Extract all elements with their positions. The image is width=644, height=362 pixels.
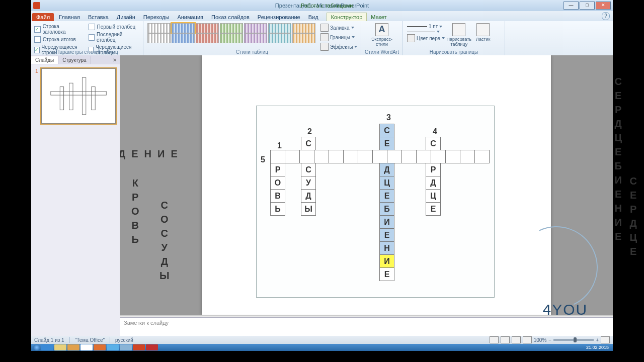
cell[interactable]: Е — [426, 202, 441, 216]
cell[interactable]: В — [270, 189, 285, 203]
tab-file[interactable]: Файл — [32, 13, 54, 21]
help-icon[interactable]: ? — [602, 12, 610, 20]
view-reading-button[interactable] — [512, 336, 521, 343]
cell[interactable] — [314, 150, 329, 163]
cell[interactable]: Е — [379, 137, 394, 150]
cell[interactable]: С — [301, 137, 316, 150]
tab-review[interactable]: Рецензирование — [254, 13, 304, 21]
chk-total-row[interactable] — [34, 36, 41, 43]
cell[interactable] — [387, 150, 402, 163]
cell[interactable]: Д — [426, 176, 441, 190]
cell[interactable]: С — [301, 163, 316, 176]
cell[interactable]: Н — [379, 241, 394, 255]
taskbar-ie-icon[interactable] — [41, 344, 53, 350]
tab-design[interactable]: Дизайн — [113, 13, 139, 21]
cell[interactable]: Ц — [379, 176, 394, 190]
taskbar-vlc-icon[interactable] — [94, 344, 106, 350]
wordart-quick-styles[interactable]: A Экспресс- стили — [371, 22, 393, 47]
windows-taskbar[interactable]: 21.02.2015 — [31, 344, 613, 351]
slide-thumbnail[interactable] — [41, 68, 116, 124]
cell[interactable] — [460, 150, 475, 163]
cell[interactable]: Е — [379, 228, 394, 242]
cell-cursor[interactable]: И — [379, 254, 394, 268]
cell[interactable] — [358, 150, 373, 163]
pen-style[interactable] — [406, 30, 446, 33]
table-styles-gallery[interactable] — [146, 22, 316, 51]
tab-table-design[interactable]: Конструктор — [327, 13, 367, 21]
taskbar-app2-icon[interactable] — [146, 344, 158, 350]
cell[interactable] — [270, 150, 285, 163]
view-normal-button[interactable] — [490, 336, 499, 343]
taskbar-explorer-icon[interactable] — [54, 344, 66, 350]
cell[interactable]: Ь — [270, 202, 285, 216]
sidetab-slides[interactable]: Слайды — [31, 56, 58, 64]
taskbar-app-icon[interactable] — [120, 344, 132, 350]
chk-first-col[interactable] — [89, 24, 95, 30]
tab-home[interactable]: Главная — [55, 13, 84, 21]
tab-transitions[interactable]: Переходы — [139, 13, 174, 21]
fill-button[interactable]: Заливка — [319, 23, 358, 32]
cell[interactable]: Р — [270, 163, 285, 176]
notes-pane[interactable]: Заметки к слайду — [120, 317, 613, 336]
cell[interactable]: С — [426, 137, 441, 150]
cell[interactable]: Д — [301, 189, 316, 203]
cell[interactable] — [329, 150, 344, 163]
clue-num-1: 1 — [277, 141, 282, 150]
taskbar-skype-icon[interactable] — [107, 344, 119, 350]
cell[interactable]: Р — [426, 163, 441, 176]
cell[interactable]: О — [270, 176, 285, 190]
sidetab-outline[interactable]: Структура — [58, 56, 91, 64]
slide-canvas[interactable]: 3 2 4 1 5 С Е Д Ц Е Б И Е Н И — [202, 55, 551, 315]
crossword-table[interactable]: 3 2 4 1 5 С Е Д Ц Е Б И Е Н И — [256, 106, 495, 298]
view-slideshow-button[interactable] — [523, 336, 532, 343]
cell[interactable] — [343, 150, 358, 163]
cell[interactable]: Е — [379, 267, 394, 281]
cell[interactable]: Ц — [426, 189, 441, 203]
slide-edit-area[interactable]: ДЕНИЕ КРОВЬ СОСУДЫ 3 2 4 1 5 С Е Д — [120, 55, 613, 336]
taskbar-chrome-icon[interactable] — [80, 344, 93, 350]
cell[interactable]: Б — [379, 202, 394, 216]
tab-insert[interactable]: Вставка — [84, 13, 113, 21]
tab-animation[interactable]: Анимация — [173, 13, 207, 21]
cell[interactable] — [474, 150, 490, 163]
zoom-slider[interactable] — [553, 339, 594, 341]
cell[interactable] — [431, 150, 446, 163]
cell[interactable] — [285, 150, 300, 163]
taskbar-powerpoint-icon[interactable] — [133, 344, 145, 350]
close-button[interactable]: ✕ — [596, 2, 611, 10]
cell[interactable] — [401, 150, 417, 163]
borders-button[interactable]: Границы — [319, 33, 358, 42]
tab-slideshow[interactable]: Показ слайдов — [207, 13, 254, 21]
fit-to-window-button[interactable] — [601, 336, 610, 343]
minimize-button[interactable]: — — [564, 2, 579, 10]
chk-last-col[interactable] — [89, 34, 95, 41]
cell[interactable]: С — [379, 124, 394, 137]
clue-num-3: 3 — [386, 113, 391, 122]
tab-view[interactable]: Вид — [304, 13, 323, 21]
cell[interactable] — [372, 150, 387, 163]
close-pane-icon[interactable]: ✕ — [110, 57, 120, 63]
cell[interactable] — [299, 150, 314, 163]
zoom-minus[interactable]: − — [548, 337, 551, 343]
draw-table-button[interactable]: Нарисовать таблицу — [448, 22, 470, 47]
maximize-button[interactable]: □ — [580, 2, 595, 10]
tab-table-layout[interactable]: Макет — [367, 13, 390, 21]
chk-header-row[interactable] — [34, 26, 41, 33]
status-lang[interactable]: русский — [115, 337, 133, 343]
cell[interactable] — [445, 150, 460, 163]
cell[interactable]: Е — [379, 189, 394, 203]
cell[interactable] — [416, 150, 431, 163]
pen-weight[interactable]: 1 пт — [406, 23, 446, 30]
pen-color[interactable]: Цвет пера — [406, 34, 446, 43]
cell[interactable]: И — [379, 215, 394, 229]
zoom-plus[interactable]: + — [596, 337, 599, 343]
cell[interactable]: У — [301, 176, 316, 190]
cell[interactable]: Д — [379, 163, 394, 176]
start-button[interactable] — [33, 344, 40, 350]
eraser-button[interactable]: Ластик — [472, 22, 494, 47]
view-sorter-button[interactable] — [501, 336, 510, 343]
taskbar-wmp-icon[interactable] — [67, 344, 79, 350]
taskbar-clock[interactable]: 21.02.2015 — [586, 345, 611, 350]
zoom-label[interactable]: 100% — [534, 337, 547, 343]
cell[interactable]: Ы — [301, 202, 316, 216]
